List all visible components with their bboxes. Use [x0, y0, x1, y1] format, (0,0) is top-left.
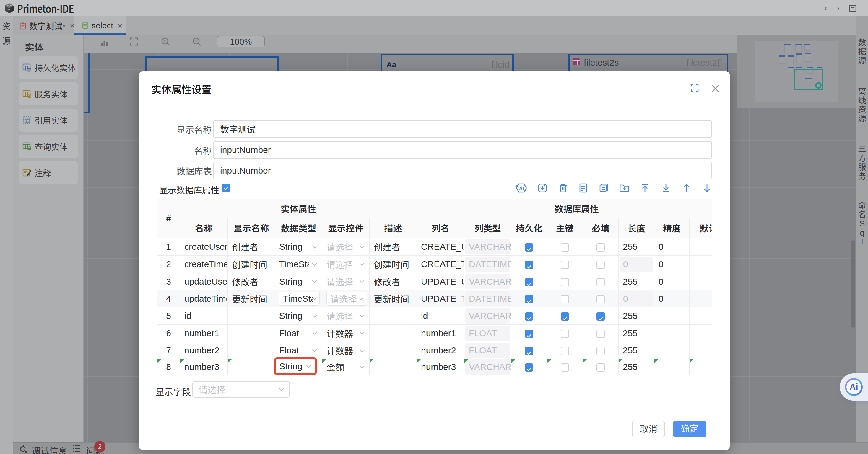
svg-text:AI: AI: [519, 186, 524, 191]
